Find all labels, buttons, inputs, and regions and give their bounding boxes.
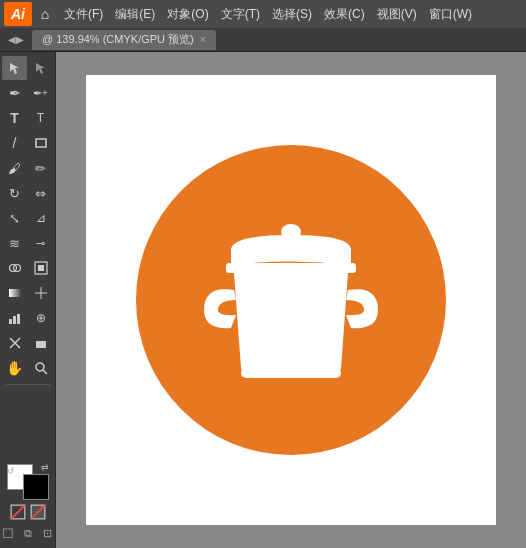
hand-tool[interactable]: ✋ xyxy=(2,356,27,380)
toolbar-divider xyxy=(6,384,50,385)
live-paint-tool[interactable] xyxy=(28,256,53,280)
tab-bar: ◀▶ @ 139.94% (CMYK/GPU 预览) × xyxy=(0,28,526,52)
active-tab[interactable]: @ 139.94% (CMYK/GPU 预览) × xyxy=(32,30,216,50)
fill-none-icon[interactable] xyxy=(9,503,27,521)
svg-marker-0 xyxy=(10,63,19,74)
ai-logo: Ai xyxy=(4,2,32,26)
chart-tool[interactable] xyxy=(2,306,27,330)
menu-view[interactable]: 视图(V) xyxy=(371,4,423,25)
tab-arrow-left[interactable]: ◀▶ xyxy=(8,34,24,45)
color-swatches: ⇄ ↺ xyxy=(7,464,49,500)
menu-effect[interactable]: 效果(C) xyxy=(318,4,371,25)
direct-select-tool[interactable] xyxy=(28,56,53,80)
svg-point-16 xyxy=(36,363,44,371)
menu-edit[interactable]: 编辑(E) xyxy=(109,4,161,25)
type-tool[interactable]: T xyxy=(2,106,27,130)
normal-mode-icon[interactable]: ☐ xyxy=(0,524,17,542)
menu-bar: 文件(F) 编辑(E) 对象(O) 文字(T) 选择(S) 效果(C) 视图(V… xyxy=(58,4,522,25)
menu-file[interactable]: 文件(F) xyxy=(58,4,109,25)
svg-rect-11 xyxy=(13,316,16,324)
tab-label: @ 139.94% (CMYK/GPU 预览) xyxy=(42,32,194,47)
cooking-pot-icon xyxy=(176,200,406,400)
svg-line-19 xyxy=(11,505,25,519)
menu-object[interactable]: 对象(O) xyxy=(161,4,214,25)
svg-marker-1 xyxy=(36,63,45,74)
rect-tool[interactable] xyxy=(28,131,53,155)
draw-inside-icon[interactable]: ⊡ xyxy=(39,524,57,542)
line-tool[interactable]: / xyxy=(2,131,27,155)
svg-rect-6 xyxy=(38,265,44,271)
title-bar: Ai ⌂ 文件(F) 编辑(E) 对象(O) 文字(T) 选择(S) 效果(C)… xyxy=(0,0,526,28)
scale-tool[interactable]: ⤡ xyxy=(2,206,27,230)
canvas-area: 软件自学网 WWW.RJZXW.COM xyxy=(56,52,526,548)
reflect-tool[interactable]: ⇔ xyxy=(28,181,53,205)
svg-rect-24 xyxy=(241,368,341,378)
add-anchor-tool[interactable]: ✒+ xyxy=(28,81,53,105)
color-section: ⇄ ↺ ☐ ⧉ ⊡ xyxy=(0,464,57,548)
warp-tool[interactable]: ≋ xyxy=(2,231,27,255)
svg-rect-10 xyxy=(9,319,12,324)
mesh-tool[interactable] xyxy=(28,281,53,305)
eraser-tool[interactable] xyxy=(28,331,53,355)
select-tool[interactable] xyxy=(2,56,27,80)
toolbar: ✒ ✒+ T T / 🖌 ✏ ↻ ⇔ ⤡ ⊿ ≋ ⊸ xyxy=(0,52,56,548)
reset-colors-icon[interactable]: ↺ xyxy=(7,466,47,502)
pen-tool[interactable]: ✒ xyxy=(2,81,27,105)
shear-tool[interactable]: ⊿ xyxy=(28,206,53,230)
paintbrush-tool[interactable]: 🖌 xyxy=(2,156,27,180)
stroke-none-icon[interactable] xyxy=(29,503,47,521)
main-area: ✒ ✒+ T T / 🖌 ✏ ↻ ⇔ ⤡ ⊿ ≋ ⊸ xyxy=(0,52,526,548)
menu-window[interactable]: 窗口(W) xyxy=(423,4,478,25)
pencil-tool[interactable]: ✏ xyxy=(28,156,53,180)
gradient-tool[interactable] xyxy=(2,281,27,305)
svg-rect-15 xyxy=(36,341,46,348)
icon-background-circle: 软件自学网 WWW.RJZXW.COM xyxy=(136,145,446,455)
svg-rect-23 xyxy=(226,263,356,273)
home-icon[interactable]: ⌂ xyxy=(34,3,56,25)
svg-rect-2 xyxy=(36,139,46,147)
canvas-document: 软件自学网 WWW.RJZXW.COM xyxy=(86,75,496,525)
fill-stroke-row xyxy=(9,503,47,521)
slice-tool[interactable] xyxy=(2,331,27,355)
zoom-tool[interactable] xyxy=(28,356,53,380)
menu-text[interactable]: 文字(T) xyxy=(215,4,266,25)
rotate-tool[interactable]: ↻ xyxy=(2,181,27,205)
shape-builder-tool[interactable] xyxy=(2,256,27,280)
menu-select[interactable]: 选择(S) xyxy=(266,4,318,25)
draw-behind-icon[interactable]: ⧉ xyxy=(19,524,37,542)
symbol-sprayer-tool[interactable]: ⊕ xyxy=(28,306,53,330)
vertical-type-tool[interactable]: T xyxy=(28,106,53,130)
tab-close-button[interactable]: × xyxy=(200,34,206,45)
svg-rect-7 xyxy=(9,289,21,297)
svg-line-17 xyxy=(43,370,47,374)
width-tool[interactable]: ⊸ xyxy=(28,231,53,255)
view-mode-row: ☐ ⧉ ⊡ xyxy=(0,524,57,542)
svg-rect-12 xyxy=(17,314,20,324)
